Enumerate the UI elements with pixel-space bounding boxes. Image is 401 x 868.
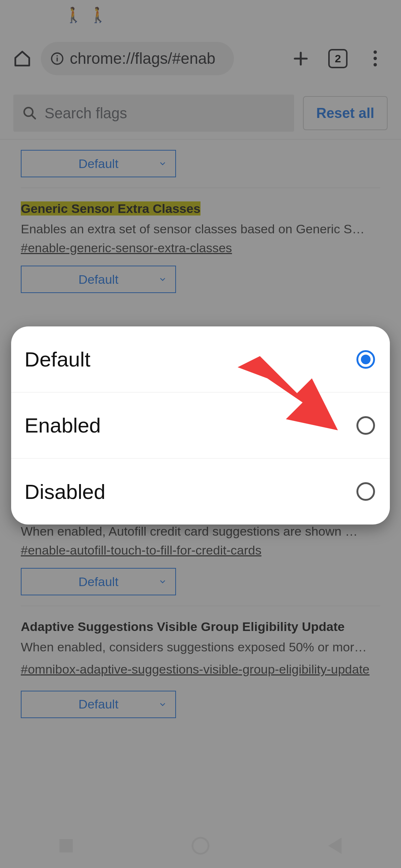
modal-option-label: Default [25,347,90,371]
modal-option-default[interactable]: Default [11,326,390,392]
modal-option-enabled[interactable]: Enabled [11,392,390,458]
modal-option-disabled[interactable]: Disabled [11,458,390,525]
modal-option-label: Disabled [25,480,105,504]
modal-option-label: Enabled [25,413,101,437]
radio-unselected-icon [356,416,375,435]
flag-state-modal: Default Enabled Disabled [11,326,390,525]
radio-unselected-icon [356,482,375,501]
radio-selected-icon [356,350,375,369]
